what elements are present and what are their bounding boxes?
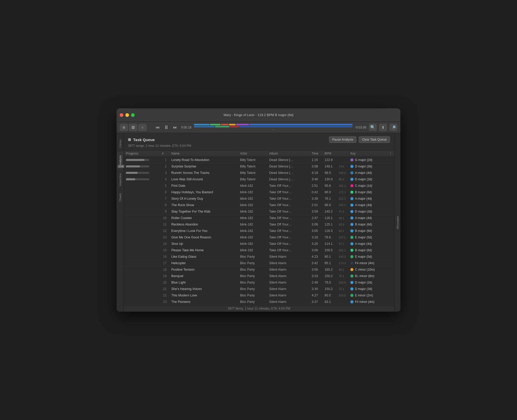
table-row[interactable]: 14Shut Upblink-182Take Off Your…3:20114.… <box>124 241 394 247</box>
cell-album: Take Off Your… <box>267 189 310 196</box>
close-button[interactable] <box>120 113 123 117</box>
cell-album: Take Off Your… <box>267 241 310 247</box>
cell-number: 4 <box>160 176 169 183</box>
col-header-bpm[interactable]: BPM <box>322 150 337 157</box>
table-row[interactable]: 20Blue LightBloc PartySilent Alarm2:4978… <box>124 279 394 286</box>
table-row[interactable]: 11Reckless Abandonblink-182Take Off Your… <box>124 221 394 228</box>
cell-time: 2:47 <box>310 215 322 221</box>
table-row[interactable]: 6Happy Holidays, You Bastardblink-182Tak… <box>124 189 394 196</box>
sidebar-tab-charts[interactable]: Charts <box>117 190 123 205</box>
col-header-time[interactable]: Time <box>310 150 322 157</box>
rewind-button[interactable]: ⏮ <box>154 125 161 130</box>
right-messages-tab[interactable]: Messages <box>394 133 400 312</box>
minimize-button[interactable] <box>125 113 129 117</box>
cell-album: Silent Alarm <box>267 273 310 279</box>
cell-time: 3:46 <box>310 176 322 183</box>
cell-artist: blink-182 <box>238 208 267 215</box>
cell-key: D major (3d) <box>348 163 387 170</box>
col-header-artist[interactable]: Artist <box>238 150 267 157</box>
table-row[interactable]: 19BanquetBloc PartySilent Alarm3:24150.2… <box>124 273 394 279</box>
table-row[interactable]: 4Love Was Still AroundBilly TalentDead S… <box>124 176 394 183</box>
cell-bpm: 150.2 <box>322 273 337 279</box>
table-row[interactable]: 1Lonely Road To AbsolutionBilly TalentDe… <box>124 157 394 163</box>
table-row[interactable]: 7Story Of A Lonely Guyblink-182Take Off … <box>124 196 394 202</box>
left-sidebar: Library Analysis 3977 Inspection Charts <box>117 133 124 312</box>
cell-bpm: 78.6 <box>322 234 337 241</box>
cell-artist: blink-182 <box>238 196 267 202</box>
cell-extra <box>387 273 394 279</box>
cell-bpm2: 201.1 <box>337 247 348 254</box>
cell-album: Dead Silence [… <box>267 157 310 163</box>
cell-bpm: 80.0 <box>322 292 337 299</box>
cell-time: 3:39 <box>310 196 322 202</box>
col-header-num: # <box>160 150 169 157</box>
table-container[interactable]: Progress # Name Artist Album Time BPM Ke… <box>124 150 394 305</box>
cell-artist: Billy Talent <box>238 157 267 163</box>
table-row[interactable]: 16Like Eating GlassBloc PartySilent Alar… <box>124 254 394 260</box>
artwork-btn[interactable]: 🖼 <box>129 124 137 131</box>
col-header-name[interactable]: Name <box>169 150 238 157</box>
cell-bpm: 95.6 <box>322 183 337 189</box>
cell-name: First Date <box>169 183 238 189</box>
cell-album: Silent Alarm <box>267 266 310 273</box>
search-btn[interactable]: 🔎 <box>390 124 397 131</box>
cell-bpm: 150.2 <box>322 286 337 292</box>
sidebar-tab-inspection[interactable]: Inspection <box>117 169 123 190</box>
col-header-album[interactable]: Album <box>267 150 310 157</box>
titlebar: Mary - Kings of Leon - 119.2 BPM B major… <box>117 108 400 122</box>
table-row[interactable]: 23The PioneersBloc PartySilent Alarm3:37… <box>124 299 394 305</box>
cell-extra <box>387 286 394 292</box>
fast-forward-button[interactable]: ⏭ <box>172 125 179 130</box>
library-view-btn[interactable]: ⊞ <box>120 124 128 131</box>
cell-number: 23 <box>160 299 169 305</box>
status-text: 3977 items, 1 hour 11 minutes, ETA: 6:04… <box>228 307 290 310</box>
cell-artist: Billy Talent <box>238 176 267 183</box>
clear-task-queue-button[interactable]: Clear Task Queue <box>359 136 390 143</box>
table-row[interactable]: 12Everytime I Look For Youblink-182Take … <box>124 228 394 234</box>
cell-artist: blink-182 <box>238 247 267 254</box>
table-body: 1Lonely Road To AbsolutionBilly TalentDe… <box>124 157 394 305</box>
track-btn[interactable]: ♫ <box>138 124 147 131</box>
share-btn[interactable]: ⬆ <box>379 124 387 131</box>
table-row[interactable]: 5First Dateblink-182Take Off Your…2:5195… <box>124 183 394 189</box>
table-row[interactable]: 10Roller Coasterblink-182Take Off Your…2… <box>124 215 394 221</box>
waveform[interactable]: ⇄ <box>194 124 352 131</box>
cell-time: 4:23 <box>310 254 322 260</box>
table-row[interactable]: 2Surprise SurpriseBilly TalentDead Silen… <box>124 163 394 170</box>
table-row[interactable]: 17HelicopterBloc PartySilent Alarm3:4285… <box>124 260 394 266</box>
cell-bpm2: 62.6 <box>337 221 348 228</box>
tq-title-row: ⊞ Task Queue Pause Analysis Clear Task Q… <box>128 136 390 143</box>
search-overlay-btn[interactable]: 🔍 <box>369 124 377 131</box>
col-header-key[interactable]: Key <box>348 150 387 157</box>
maximize-button[interactable] <box>131 113 135 117</box>
cell-number: 8 <box>160 202 169 208</box>
cell-bpm: 149.1 <box>322 163 337 170</box>
cell-number: 19 <box>160 273 169 279</box>
cell-key: A major (4d) <box>348 202 387 208</box>
pause-analysis-button[interactable]: Pause Analysis <box>329 136 357 143</box>
cell-bpm2: 193.1 <box>337 202 348 208</box>
cell-key: F# minor (4m) <box>348 299 387 305</box>
cell-bpm2: 157.2 <box>337 234 348 241</box>
table-row[interactable]: 15Please Take Me Homeblink-182Take Off Y… <box>124 247 394 254</box>
cell-name: Happy Holidays, You Bastard <box>169 189 238 196</box>
sidebar-tab-analysis[interactable]: Analysis 3977 <box>117 152 123 169</box>
cell-number: 5 <box>160 183 169 189</box>
table-row[interactable]: 9Stay Together For The Kidsblink-182Take… <box>124 208 394 215</box>
cell-number: 17 <box>160 260 169 266</box>
cell-name: Like Eating Glass <box>169 254 238 260</box>
play-pause-button[interactable]: ⏸ <box>163 124 170 131</box>
table-row[interactable]: 13Give Me One Good Reasonblink-182Take O… <box>124 234 394 241</box>
table-row[interactable]: 3Runnin' Across The TracksBilly TalentDe… <box>124 170 394 176</box>
table-row[interactable]: 8The Rock Showblink-182Take Off Your…2:5… <box>124 202 394 208</box>
cell-key: E minor (2m) <box>348 292 387 299</box>
cell-key: B major (6d) <box>348 247 387 254</box>
cell-key: A major (4d) <box>348 215 387 221</box>
table-row[interactable]: 21She's Hearing VoicesBloc PartySilent A… <box>124 286 394 292</box>
table-row[interactable]: 18Positive TensionBloc PartySilent Alarm… <box>124 266 394 273</box>
table-row[interactable]: 22This Modern LoveBloc PartySilent Alarm… <box>124 292 394 299</box>
sidebar-tab-library[interactable]: Library <box>117 136 123 152</box>
col-header-more[interactable]: ⋮ <box>387 150 394 157</box>
cell-key: B major (6d) <box>348 189 387 196</box>
track-table: Progress # Name Artist Album Time BPM Ke… <box>124 150 394 305</box>
